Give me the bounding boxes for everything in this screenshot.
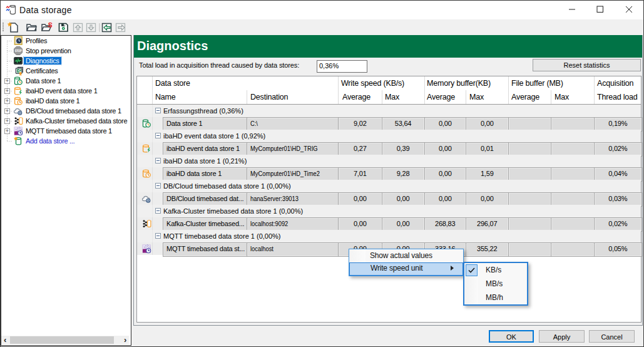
svg-text:STOP: STOP xyxy=(14,49,21,53)
svg-text:S: S xyxy=(48,21,53,29)
